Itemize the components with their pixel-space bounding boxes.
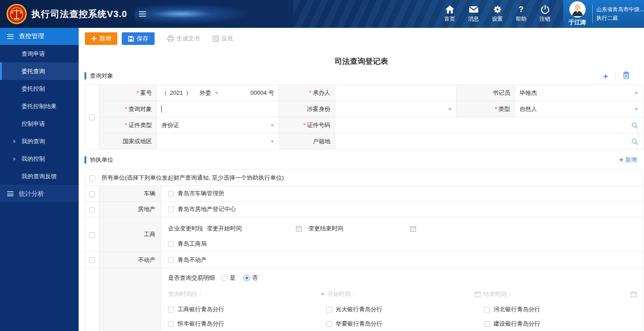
- detail-no-radio[interactable]: [244, 275, 250, 281]
- chevron-down-icon: [448, 108, 452, 110]
- sidebar-item-control-application[interactable]: 控制申请: [0, 115, 79, 132]
- nav-logout[interactable]: 注销: [533, 5, 557, 23]
- bank-checkbox[interactable]: [326, 307, 332, 313]
- chevron-down-icon: [635, 92, 638, 94]
- bank-checkbox-item[interactable]: 建设银行青岛分行: [484, 320, 642, 328]
- menu-list-icon: [7, 190, 13, 198]
- user-court: 山东省青岛市中级...: [596, 5, 644, 14]
- add-row-button[interactable]: +: [596, 72, 615, 80]
- sidebar-item-entrusted-query[interactable]: 委托查询: [0, 62, 79, 80]
- nav-settings[interactable]: 设置: [485, 5, 509, 23]
- bank-checkbox[interactable]: [484, 321, 490, 327]
- nav-messages[interactable]: 消息: [462, 5, 485, 23]
- user-name: 于江涛: [568, 18, 586, 26]
- main-content: 新增 保存 生成文书 呈批 司法查询登记表 查询对象 +: [79, 28, 644, 331]
- calendar-icon[interactable]: [410, 225, 416, 232]
- bank-checkbox-item[interactable]: 华夏银行青岛分行: [326, 320, 484, 328]
- submit-approval-button[interactable]: 呈批: [213, 35, 233, 43]
- realestate-row-checkbox[interactable]: [89, 207, 95, 213]
- immovable-category-label: 不动产: [99, 252, 161, 268]
- sidebar-section-query-control[interactable]: 查控管理: [0, 28, 79, 45]
- business-end-label: 变更结束时间: [308, 225, 343, 233]
- cert-number-input[interactable]: [335, 117, 643, 133]
- detail-yes-radio[interactable]: [221, 275, 227, 281]
- immovable-row-checkbox[interactable]: [89, 257, 95, 263]
- case-number-field[interactable]: （ 2021 ） 外委 00004 号: [157, 85, 279, 101]
- vehicle-row-checkbox[interactable]: [89, 191, 95, 197]
- row-checkbox[interactable]: [89, 115, 95, 120]
- country-dropdown[interactable]: [157, 133, 279, 150]
- chevron-down-icon: [635, 108, 638, 110]
- sidebar-item-my-query-feedback[interactable]: 我的查询反馈: [0, 168, 79, 185]
- calendar-icon[interactable]: [296, 225, 302, 232]
- unit-checkbox[interactable]: [168, 207, 174, 212]
- bank-checkbox-item[interactable]: 工商银行青岛分行: [168, 305, 326, 313]
- nav-help[interactable]: ? 帮助: [509, 5, 533, 23]
- section-accent-bar: [84, 156, 86, 163]
- clerk-dropdown[interactable]: 毕翰杰: [515, 85, 643, 101]
- handler-label: *承办人: [279, 85, 335, 101]
- bank-checkbox[interactable]: [484, 307, 490, 313]
- case-type-dropdown[interactable]: 外委: [200, 89, 218, 97]
- vehicle-category-label: 车辆: [99, 186, 161, 202]
- court-emblem-logo: [6, 4, 27, 24]
- menu-list-icon: [7, 33, 13, 40]
- type-label: *类型: [457, 101, 515, 117]
- sidebar-item-my-query[interactable]: 我的查询: [0, 132, 79, 150]
- calendar-icon[interactable]: [631, 291, 637, 297]
- bank-checkbox[interactable]: [168, 321, 174, 327]
- generate-document-button[interactable]: 生成文书: [167, 35, 200, 43]
- sidebar-item-query-application[interactable]: 查询申请: [0, 45, 79, 62]
- identity-dropdown[interactable]: [335, 101, 457, 117]
- bank-label: 光大银行青岛分行: [336, 305, 382, 313]
- query-target-label: *查询对象: [99, 101, 157, 117]
- business-row-checkbox[interactable]: [89, 232, 95, 238]
- bank-checkbox[interactable]: [168, 307, 174, 313]
- query-target-input[interactable]: [157, 101, 279, 117]
- cert-type-dropdown[interactable]: 身份证: [157, 117, 279, 133]
- bank-checkbox-item[interactable]: 恒丰银行青岛分行: [168, 320, 326, 328]
- table-row: *查询对象 涉案身份 *类型 自然人: [85, 101, 643, 117]
- search-icon[interactable]: [631, 122, 638, 130]
- unit-checkbox[interactable]: [168, 257, 174, 263]
- clerk-label: 书记员: [457, 85, 515, 101]
- sidebar-section-statistics[interactable]: 统计分析: [0, 185, 79, 202]
- residence-input[interactable]: [335, 133, 643, 150]
- document-edit-icon: [213, 35, 219, 42]
- expand-arrow-icon: [13, 157, 16, 161]
- bank-checkbox-item[interactable]: 河北银行青岛分行: [484, 305, 642, 313]
- chevron-down-icon: [271, 124, 274, 127]
- nav-home[interactable]: 首页: [438, 5, 462, 23]
- table-row: 车辆 青岛市车辆管理所: [85, 186, 643, 202]
- type-dropdown[interactable]: 自然人: [515, 101, 643, 117]
- sidebar-item-my-control[interactable]: 我的控制: [0, 150, 79, 168]
- header-menu-icon[interactable]: [139, 10, 146, 18]
- search-icon[interactable]: [631, 138, 638, 146]
- user-panel[interactable]: 于江涛 山东省青岛市中级... 执行二庭: [563, 0, 644, 28]
- save-button[interactable]: 保存: [122, 32, 155, 45]
- chevron-down-icon: [271, 141, 274, 143]
- bank-checkbox-item[interactable]: 光大银行青岛分行: [326, 305, 484, 313]
- transaction-detail-label: 是否查询交易明细: [168, 274, 215, 282]
- unit-label: 青岛市房地产登记中心: [178, 205, 236, 213]
- calendar-icon[interactable]: [475, 291, 481, 297]
- bank-checkbox[interactable]: [326, 321, 332, 327]
- delete-row-button[interactable]: [616, 71, 637, 80]
- expand-arrow-icon: [13, 140, 16, 143]
- start-time-label: 开始时间：: [327, 290, 356, 298]
- handler-field[interactable]: [335, 85, 457, 101]
- toolbar: 新增 保存 生成文书 呈批: [79, 28, 644, 49]
- unit-checkbox[interactable]: [168, 191, 174, 197]
- add-button[interactable]: 新增: [85, 32, 117, 45]
- unit-checkbox[interactable]: [168, 241, 174, 247]
- sidebar-item-entrusted-control-result[interactable]: 委托控制结果: [0, 97, 79, 115]
- table-row: *案号 （ 2021 ） 外委 00004 号 *承办人 书记员 毕翰杰: [85, 85, 643, 101]
- add-unit-button[interactable]: +新增: [619, 156, 637, 164]
- assist-units-section-header: 协执单位 +新增: [79, 152, 644, 168]
- business-start-label: 变更开始时间: [207, 225, 242, 233]
- table-row: 工商 企业变更时段 变更开始时间 变更结束时间 青岛工商局: [85, 217, 643, 252]
- sidebar-item-entrusted-control[interactable]: 委托控制: [0, 80, 79, 97]
- page-title: 司法查询登记表: [79, 55, 644, 68]
- business-category-label: 工商: [99, 217, 161, 252]
- all-units-checkbox[interactable]: [89, 175, 95, 181]
